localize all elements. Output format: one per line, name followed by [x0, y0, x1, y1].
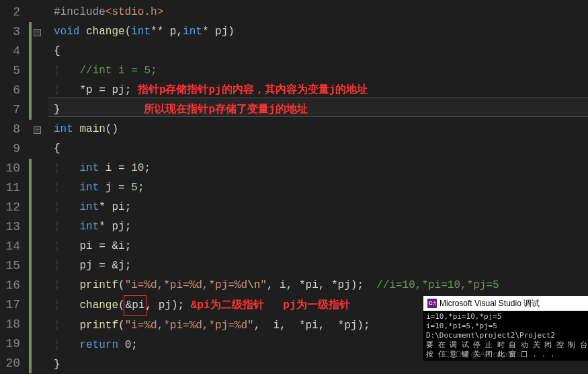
code-line[interactable]: ¦ int* pj; — [54, 217, 588, 237]
line-number: 5 — [0, 61, 20, 81]
code-line[interactable]: #include<stdio.h> — [54, 3, 588, 22]
line-number: 11 — [0, 178, 20, 198]
code-line[interactable]: ¦ int j = 5; — [54, 178, 588, 198]
code-line[interactable]: { — [54, 42, 588, 61]
fold-toggle-icon[interactable]: − — [34, 126, 41, 134]
watermark: CSDN @Aerobatics — [444, 349, 521, 359]
line-number: 4 — [0, 42, 20, 61]
line-number-gutter: 234567891011121314151617181920 — [0, 0, 28, 374]
line-number: 12 — [0, 198, 20, 217]
code-line[interactable]: { — [54, 139, 588, 159]
line-number: 8 — [0, 120, 20, 139]
line-number: 3 — [0, 22, 20, 42]
code-line[interactable]: } 所以现在指针p存储了变量j的地址 — [54, 100, 588, 120]
line-number: 14 — [0, 237, 20, 256]
line-number: 19 — [0, 334, 20, 354]
popup-title-text: Microsoft Visual Studio 调试 — [439, 299, 540, 308]
code-line[interactable]: ¦ printf("i=%d,*pi=%d,*pj=%d\n", i, *pi,… — [54, 276, 588, 295]
line-number: 20 — [0, 354, 20, 373]
code-line[interactable]: ¦ int* pi; — [54, 198, 588, 217]
line-number: 13 — [0, 217, 20, 237]
code-line[interactable]: ¦ int i = 10; — [54, 159, 588, 178]
line-number: 7 — [0, 100, 20, 120]
popup-titlebar[interactable]: C:\ Microsoft Visual Studio 调试 — [423, 296, 588, 311]
code-line[interactable]: void change(int** p,int* pj) — [54, 22, 588, 42]
code-line[interactable]: ¦ pj = &j; — [54, 256, 588, 276]
fold-toggle-icon[interactable]: − — [34, 29, 41, 36]
code-line[interactable]: ¦ //int i = 5; — [54, 61, 588, 81]
fold-column[interactable]: −− — [32, 0, 44, 374]
code-line[interactable]: ¦ pi = &i; — [54, 237, 588, 256]
vs-icon: C:\ — [427, 299, 437, 308]
line-number: 6 — [0, 81, 20, 100]
line-number: 10 — [0, 159, 20, 178]
line-number: 17 — [0, 295, 20, 315]
code-line[interactable]: ¦ *p = pj; 指针p存储指针pj的内容，其内容为变量j的地址 — [54, 81, 588, 100]
line-number: 18 — [0, 315, 20, 334]
line-number: 15 — [0, 256, 20, 276]
line-number: 9 — [0, 139, 20, 159]
code-line[interactable]: int main() — [54, 120, 588, 139]
line-number: 2 — [0, 3, 20, 22]
line-number: 16 — [0, 276, 20, 295]
